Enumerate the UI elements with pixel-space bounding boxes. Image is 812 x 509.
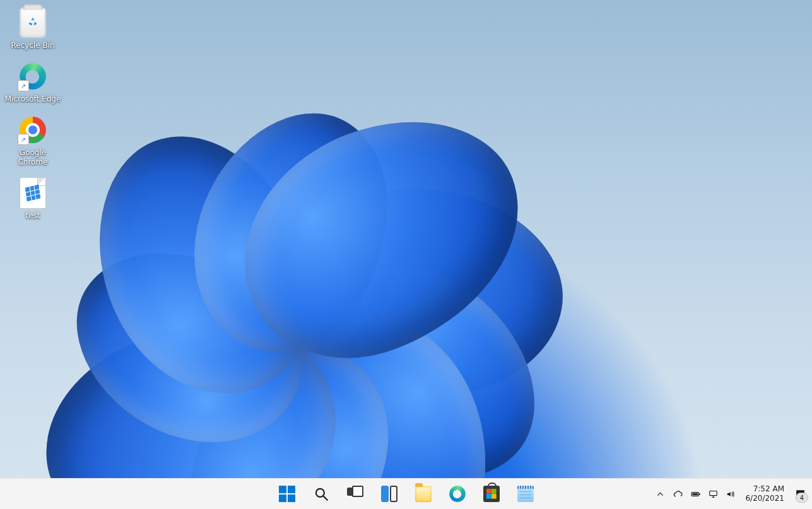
windows-logo-icon xyxy=(279,486,295,502)
notepad-icon xyxy=(517,486,534,502)
edge-icon: ↗ xyxy=(18,61,48,91)
network-icon xyxy=(708,489,719,500)
notepad-button[interactable] xyxy=(512,481,539,506)
desktop-icon-microsoft-edge[interactable]: ↗ Microsoft Edge xyxy=(3,57,63,111)
clock-date: 6/20/2021 xyxy=(745,494,784,503)
shortcut-overlay-icon: ↗ xyxy=(18,134,29,145)
taskbar-pinned-apps xyxy=(273,479,539,509)
svg-point-0 xyxy=(315,489,324,497)
desktop-icon-label: Microsoft Edge xyxy=(3,94,63,105)
tray-onedrive[interactable] xyxy=(669,481,686,506)
notification-badge: 4 xyxy=(796,493,808,503)
desktop-icon-google-chrome[interactable]: ↗ Google Chrome xyxy=(3,111,63,174)
notification-center-button[interactable]: 4 xyxy=(791,481,809,506)
microsoft-store-button[interactable] xyxy=(478,481,505,506)
edge-button[interactable] xyxy=(444,481,471,506)
speaker-icon xyxy=(726,489,736,500)
edge-icon xyxy=(449,486,466,502)
start-button[interactable] xyxy=(273,481,301,506)
folder-icon xyxy=(415,486,432,502)
battery-icon xyxy=(690,489,701,500)
cloud-icon xyxy=(673,489,683,500)
desktop-icon-test[interactable]: test xyxy=(3,174,63,228)
taskbar: 7:52 AM 6/20/2021 4 xyxy=(0,478,812,509)
system-tray: 7:52 AM 6/20/2021 4 xyxy=(652,479,809,509)
svg-rect-3 xyxy=(699,493,700,495)
desktop-icon-recycle-bin[interactable]: Recycle Bin xyxy=(3,4,63,57)
task-view-icon xyxy=(347,486,363,502)
desktop-icon-label: test xyxy=(23,211,42,221)
task-view-button[interactable] xyxy=(341,481,369,506)
file-explorer-button[interactable] xyxy=(409,481,437,506)
clock-time: 7:52 AM xyxy=(745,484,784,494)
tray-volume[interactable] xyxy=(722,481,739,506)
desktop-area[interactable]: Recycle Bin ↗ Microsoft Edge ↗ Google Ch… xyxy=(0,0,812,479)
widgets-icon xyxy=(381,486,397,502)
shortcut-overlay-icon: ↗ xyxy=(18,80,29,91)
chevron-up-icon xyxy=(655,489,666,500)
tray-network[interactable] xyxy=(705,481,721,506)
svg-line-1 xyxy=(323,496,327,500)
desktop-icon-label: Google Chrome xyxy=(3,148,63,168)
store-icon xyxy=(483,486,500,502)
search-button[interactable] xyxy=(307,481,335,506)
tray-battery[interactable] xyxy=(687,481,703,506)
registry-file-icon xyxy=(18,178,48,208)
svg-rect-5 xyxy=(710,491,717,495)
recycle-bin-icon xyxy=(18,8,48,38)
taskbar-clock[interactable]: 7:52 AM 6/20/2021 xyxy=(740,484,789,503)
desktop-icon-label: Recycle Bin xyxy=(9,40,56,51)
svg-rect-4 xyxy=(693,493,698,495)
search-icon xyxy=(313,486,329,502)
chrome-icon: ↗ xyxy=(18,115,48,145)
tray-overflow-button[interactable] xyxy=(652,481,668,506)
widgets-button[interactable] xyxy=(375,481,403,506)
